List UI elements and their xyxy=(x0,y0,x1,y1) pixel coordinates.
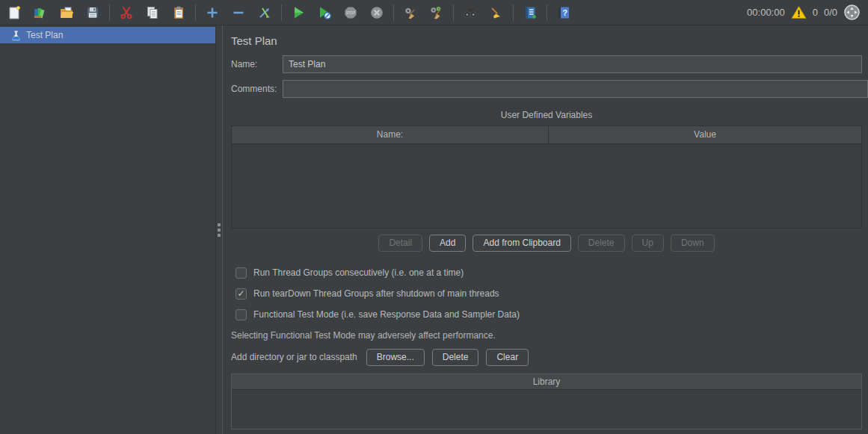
classpath-label: Add directory or jar to classpath xyxy=(231,352,357,362)
udv-table: Name: Value xyxy=(231,125,862,229)
udv-button-row: Detail Add Add from Clipboard Delete Up … xyxy=(231,235,862,252)
option-row-consecutive: Run Thread Groups consecutively (i.e. on… xyxy=(236,267,862,279)
cut-button[interactable] xyxy=(118,4,135,21)
test-plan-tree: Test Plan xyxy=(0,25,215,434)
window-body: Test Plan Test Plan Name: Comments: User… xyxy=(0,25,868,434)
comments-label: Comments: xyxy=(231,84,283,94)
templates-button[interactable] xyxy=(32,4,49,21)
open-file-button[interactable] xyxy=(58,4,75,21)
classpath-row: Add directory or jar to classpath Browse… xyxy=(231,349,862,366)
jmeter-window: STOP ? 00:00:00 0 xyxy=(0,0,868,434)
elapsed-time: 00:00:00 xyxy=(747,7,785,18)
svg-text:?: ? xyxy=(562,8,567,17)
toolbar-separator xyxy=(195,4,196,21)
minus-icon xyxy=(231,5,246,20)
warning-count: 0 xyxy=(813,7,818,18)
tree-item-test-plan[interactable]: Test Plan xyxy=(0,27,215,43)
down-button[interactable]: Down xyxy=(671,235,715,252)
clear-jar-button[interactable]: Clear xyxy=(486,349,529,366)
new-file-button[interactable] xyxy=(6,4,22,21)
library-table: Library xyxy=(231,373,862,430)
run-consecutively-checkbox[interactable] xyxy=(236,267,247,279)
status-area: 00:00:00 0 0/0 xyxy=(747,4,861,21)
run-teardown-checkbox[interactable]: ✓ xyxy=(236,288,247,300)
delete-variable-button[interactable]: Delete xyxy=(578,235,625,252)
function-helper-button[interactable] xyxy=(522,4,538,21)
toolbar-separator xyxy=(109,4,110,21)
clear-button[interactable] xyxy=(402,4,419,21)
stop-sign-icon: STOP xyxy=(343,5,358,20)
shutdown-x-icon xyxy=(369,5,384,20)
add-button[interactable]: Add xyxy=(429,235,466,252)
library-column-header[interactable]: Library xyxy=(232,374,861,390)
warning-triangle-icon[interactable] xyxy=(791,5,807,19)
copy-button[interactable] xyxy=(144,4,161,21)
save-button[interactable] xyxy=(84,4,101,21)
copy-icon xyxy=(145,5,160,20)
clear-all-button[interactable] xyxy=(428,4,445,21)
toolbar-separator xyxy=(513,4,514,21)
functional-mode-label: Functional Test Mode (i.e. save Response… xyxy=(253,309,520,320)
cut-scissors-icon xyxy=(119,5,134,20)
library-table-body[interactable] xyxy=(232,390,861,429)
name-row: Name: xyxy=(231,55,862,73)
functional-mode-checkbox[interactable] xyxy=(236,309,247,320)
name-input[interactable] xyxy=(283,55,862,73)
clear-all-gear-broom-icon xyxy=(429,5,444,20)
udv-title: User Defined Variables xyxy=(231,110,862,120)
clear-gear-broom-icon xyxy=(403,5,418,20)
help-book-icon: ? xyxy=(556,5,571,20)
comments-row: Comments: xyxy=(231,80,862,98)
functional-mode-note: Selecting Functional Test Mode may adver… xyxy=(231,330,862,341)
search-reset-button[interactable] xyxy=(488,4,505,21)
udv-column-value[interactable]: Value xyxy=(549,126,861,143)
thread-indicator-icon xyxy=(843,4,861,21)
search-reset-broom-icon xyxy=(489,5,504,20)
tree-item-label: Test Plan xyxy=(26,30,63,40)
test-plan-editor: Test Plan Name: Comments: User Defined V… xyxy=(223,25,868,434)
udv-table-body[interactable] xyxy=(232,144,861,228)
templates-icon xyxy=(33,5,48,20)
function-helper-notebook-icon xyxy=(523,5,538,20)
open-folder-icon xyxy=(59,5,74,20)
svg-text:STOP: STOP xyxy=(346,11,355,15)
shutdown-button[interactable] xyxy=(369,4,385,21)
detail-button[interactable]: Detail xyxy=(378,235,422,252)
udv-column-name[interactable]: Name: xyxy=(232,126,549,143)
thread-ratio: 0/0 xyxy=(824,7,837,18)
start-button[interactable] xyxy=(290,4,307,21)
start-no-timers-button[interactable] xyxy=(316,4,333,21)
start-no-timers-icon xyxy=(317,5,332,20)
up-button[interactable]: Up xyxy=(632,235,664,252)
toolbar: STOP ? 00:00:00 0 xyxy=(0,0,868,25)
toolbar-separator xyxy=(393,4,394,21)
run-consecutively-label: Run Thread Groups consecutively (i.e. on… xyxy=(253,267,464,278)
splitter-grip-icon xyxy=(218,223,221,237)
new-file-icon xyxy=(7,5,22,20)
paste-clipboard-icon xyxy=(171,5,186,20)
start-play-icon xyxy=(291,5,306,20)
option-row-functional: Functional Test Mode (i.e. save Response… xyxy=(236,309,862,320)
page-title: Test Plan xyxy=(231,34,862,47)
option-row-teardown: ✓ Run tearDown Thread Groups after shutd… xyxy=(236,288,862,300)
collapse-all-button[interactable] xyxy=(230,4,247,21)
panel-splitter[interactable] xyxy=(215,25,223,434)
help-button[interactable]: ? xyxy=(555,4,572,21)
paste-button[interactable] xyxy=(170,4,187,21)
save-floppy-icon xyxy=(85,5,100,20)
add-from-clipboard-button[interactable]: Add from Clipboard xyxy=(473,235,570,252)
toggle-button[interactable] xyxy=(256,4,273,21)
toggle-arrows-icon xyxy=(257,5,272,20)
toolbar-separator xyxy=(453,4,454,21)
search-binoculars-icon xyxy=(463,5,478,20)
plus-icon xyxy=(205,5,220,20)
search-button[interactable] xyxy=(462,4,478,21)
stop-button[interactable]: STOP xyxy=(342,4,359,21)
toolbar-separator xyxy=(281,4,282,21)
browse-button[interactable]: Browse... xyxy=(366,349,425,366)
expand-all-button[interactable] xyxy=(204,4,221,21)
delete-jar-button[interactable]: Delete xyxy=(432,349,479,366)
comments-input[interactable] xyxy=(283,80,868,98)
toolbar-separator xyxy=(547,4,547,21)
run-teardown-label: Run tearDown Thread Groups after shutdow… xyxy=(253,288,499,299)
